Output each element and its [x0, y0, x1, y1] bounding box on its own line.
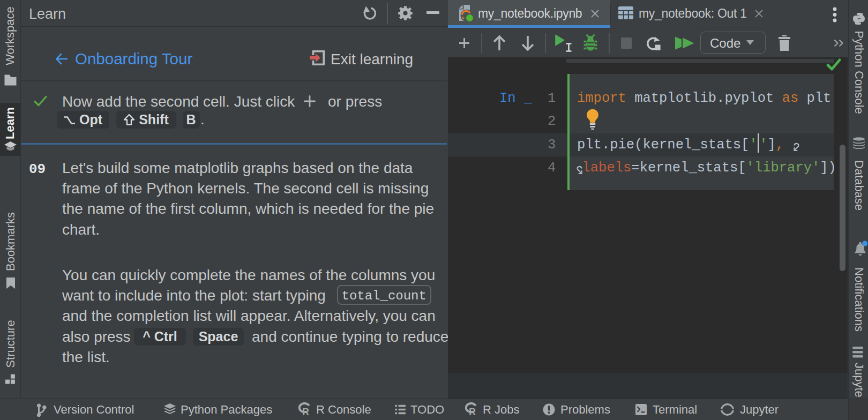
svg-text:R: R	[469, 407, 476, 416]
svg-text:R: R	[302, 407, 309, 416]
